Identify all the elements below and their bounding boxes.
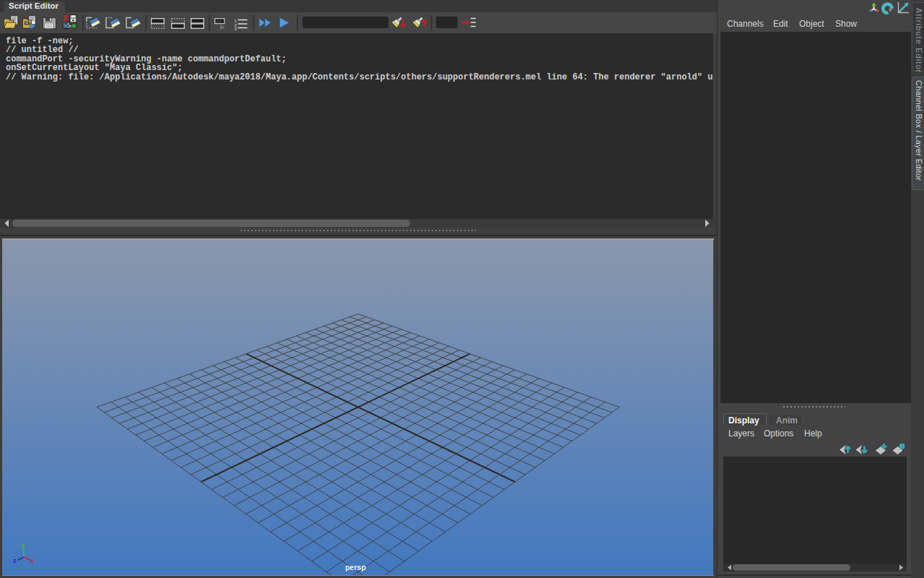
svg-text://: // (217, 20, 222, 25)
svg-text:y: y (22, 540, 26, 548)
svg-text:3: 3 (235, 27, 237, 31)
